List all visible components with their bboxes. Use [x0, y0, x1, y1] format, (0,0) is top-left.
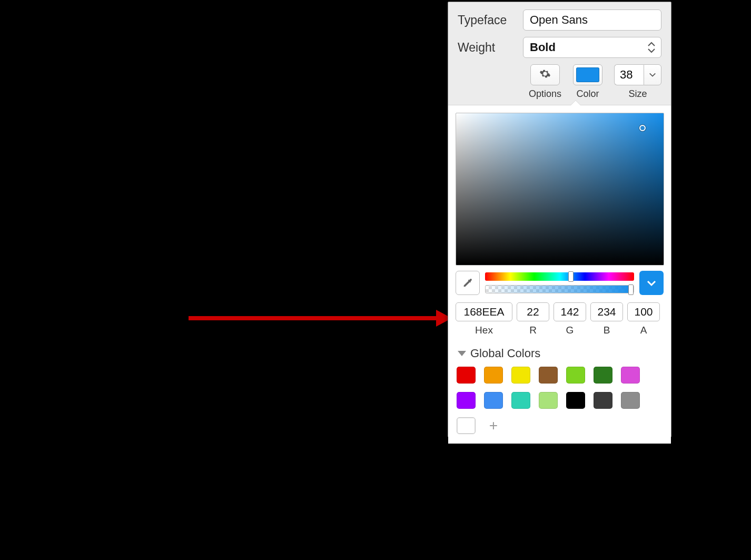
options-cell: Options	[529, 64, 561, 100]
typeface-label: Typeface	[458, 13, 516, 27]
global-color-swatch[interactable]	[621, 392, 640, 409]
alpha-slider[interactable]	[485, 285, 634, 293]
global-color-swatch[interactable]	[484, 392, 503, 409]
eyedropper-icon	[462, 277, 473, 289]
color-cell: Color	[573, 64, 602, 100]
r-label: R	[529, 325, 537, 336]
a-input[interactable]: 100	[627, 302, 660, 321]
size-input[interactable]: 38	[614, 64, 644, 85]
hue-thumb-icon	[568, 271, 574, 282]
size-caption: Size	[628, 89, 647, 100]
add-global-color-button[interactable]: +	[484, 417, 503, 434]
global-color-swatch[interactable]	[511, 367, 530, 384]
b-label: B	[604, 325, 610, 336]
disclosure-triangle-icon	[458, 351, 466, 356]
options-button[interactable]	[530, 64, 560, 85]
hue-slider[interactable]	[485, 272, 634, 281]
global-color-swatch[interactable]	[457, 367, 476, 384]
typography-tools-row: Options Color 38	[523, 64, 661, 100]
global-color-swatch[interactable]	[539, 367, 558, 384]
global-colors-grid: +	[456, 367, 664, 434]
color-swatch-icon	[576, 67, 599, 82]
color-mode-toggle[interactable]	[639, 271, 664, 295]
hex-cell: 168EEA Hex	[456, 302, 512, 336]
g-label: G	[566, 325, 574, 336]
weight-row: Weight Bold	[458, 37, 661, 58]
global-color-swatch[interactable]	[566, 392, 585, 409]
hex-input[interactable]: 168EEA	[456, 302, 512, 321]
global-colors-title: Global Colors	[470, 347, 540, 360]
alpha-thumb-icon	[628, 284, 634, 295]
typeface-value: Open Sans	[530, 13, 588, 27]
typeface-input[interactable]: Open Sans	[523, 9, 661, 31]
arrow-line	[189, 316, 436, 320]
r-input[interactable]: 22	[517, 302, 549, 321]
color-picker-popover: 168EEA Hex 22 R 142 G 234 B 100 A	[448, 105, 671, 444]
hex-label: Hex	[475, 325, 493, 336]
global-color-swatch[interactable]	[511, 392, 530, 409]
weight-label: Weight	[458, 41, 516, 55]
color-button[interactable]	[573, 64, 602, 85]
global-color-swatch[interactable]	[457, 417, 476, 434]
global-colors-header[interactable]: Global Colors	[458, 347, 664, 360]
sliders-group	[485, 272, 634, 293]
global-color-swatch[interactable]	[594, 392, 612, 409]
typeface-row: Typeface Open Sans	[458, 9, 661, 31]
chevron-down-icon	[647, 48, 656, 53]
g-input[interactable]: 142	[554, 302, 586, 321]
typography-section: Typeface Open Sans Weight Bold	[448, 2, 671, 105]
global-color-swatch[interactable]	[484, 367, 503, 384]
chevron-up-icon	[647, 42, 656, 47]
chevron-down-icon	[649, 72, 656, 77]
weight-select[interactable]: Bold	[523, 37, 661, 58]
a-cell: 100 A	[627, 302, 660, 336]
size-value: 38	[620, 68, 633, 82]
global-color-swatch[interactable]	[457, 392, 476, 409]
b-input[interactable]: 234	[590, 302, 623, 321]
a-label: A	[640, 325, 647, 336]
picker-tools-row	[456, 271, 664, 295]
typography-color-panel: Typeface Open Sans Weight Bold	[448, 2, 671, 437]
color-caption: Color	[576, 89, 599, 100]
color-values-row: 168EEA Hex 22 R 142 G 234 B 100 A	[456, 302, 664, 336]
size-cell: 38 Size	[614, 64, 661, 100]
b-cell: 234 B	[590, 302, 623, 336]
global-color-swatch[interactable]	[621, 367, 640, 384]
global-color-swatch[interactable]	[539, 392, 558, 409]
gear-icon	[539, 68, 551, 82]
annotation-arrow	[189, 314, 452, 322]
weight-stepper[interactable]	[647, 40, 658, 55]
saturation-value-field[interactable]	[456, 113, 664, 266]
options-caption: Options	[529, 89, 561, 100]
popover-caret-icon	[570, 101, 581, 106]
size-group: 38	[614, 64, 661, 85]
g-cell: 142 G	[554, 302, 586, 336]
r-cell: 22 R	[517, 302, 549, 336]
eyedropper-button[interactable]	[456, 271, 480, 295]
weight-value: Bold	[530, 41, 556, 54]
global-color-swatch[interactable]	[594, 367, 612, 384]
size-dropdown[interactable]	[644, 64, 661, 85]
global-color-swatch[interactable]	[566, 367, 585, 384]
sv-cursor-icon	[639, 125, 646, 131]
chevron-down-icon	[646, 279, 657, 287]
